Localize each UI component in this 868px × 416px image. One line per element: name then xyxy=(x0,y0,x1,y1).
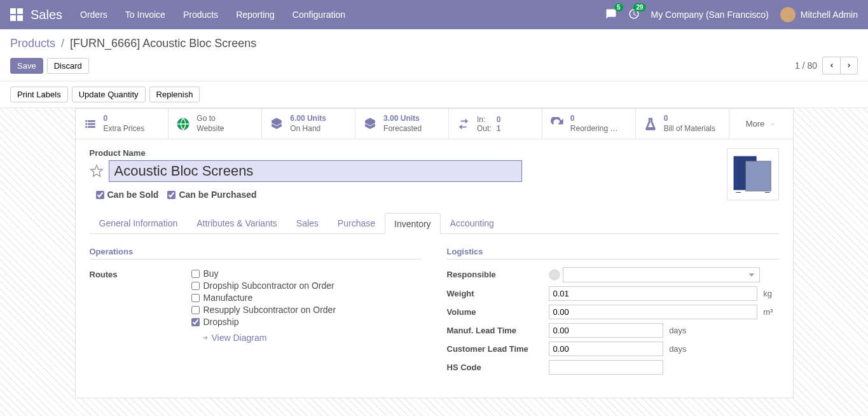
nav-orders[interactable]: Orders xyxy=(80,10,107,20)
customer-lead-input[interactable] xyxy=(549,342,663,356)
control-panel: Products / [FURN_6666] Acoustic Bloc Scr… xyxy=(0,29,868,81)
transfer-icon xyxy=(455,116,472,132)
breadcrumb: Products / [FURN_6666] Acoustic Bloc Scr… xyxy=(10,37,858,50)
responsible-avatar-icon xyxy=(549,269,560,281)
tab-purchase[interactable]: Purchase xyxy=(328,212,385,233)
form-sheet: 0 Extra Prices Go to Website 6.00 Unit xyxy=(75,108,794,398)
stat-buttons-row: 0 Extra Prices Go to Website 6.00 Unit xyxy=(76,109,793,139)
replenish-button[interactable]: Replenish xyxy=(149,87,200,102)
product-name-input[interactable] xyxy=(109,160,522,182)
flask-icon xyxy=(642,116,659,132)
list-icon xyxy=(82,116,99,132)
routes-list: Buy Dropship Subcontractor on Order Manu… xyxy=(191,267,422,343)
logistics-group: Logistics Responsible Weight kg xyxy=(447,247,779,378)
manuf-lead-unit: days xyxy=(669,326,686,335)
tabs: General Information Attributes & Variant… xyxy=(90,212,779,234)
volume-label: Volume xyxy=(447,305,549,317)
nav-to-invoice[interactable]: To Invoice xyxy=(125,10,165,20)
boxes-icon xyxy=(362,116,378,132)
breadcrumb-current: [FURN_6666] Acoustic Bloc Screens xyxy=(70,37,256,50)
pager: 1 / 80 xyxy=(795,57,858,74)
product-image-preview xyxy=(729,150,777,198)
hs-code-label: HS Code xyxy=(447,360,549,372)
weight-label: Weight xyxy=(447,286,549,298)
stat-forecasted[interactable]: 3.00 Units Forecasted xyxy=(355,109,449,139)
messages-badge: 5 xyxy=(614,3,623,11)
refresh-icon xyxy=(549,116,565,132)
top-navbar: Sales Orders To Invoice Products Reporti… xyxy=(0,0,868,29)
manuf-lead-label: Manuf. Lead Time xyxy=(447,323,549,335)
nav-menu: Orders To Invoice Products Reporting Con… xyxy=(80,10,345,20)
logistics-title: Logistics xyxy=(447,247,779,260)
volume-unit: m³ xyxy=(763,307,773,317)
breadcrumb-root[interactable]: Products xyxy=(10,37,55,50)
can-be-purchased-checkbox[interactable]: Can be Purchased xyxy=(167,190,256,200)
svg-rect-2 xyxy=(745,161,771,191)
form-background: 0 Extra Prices Go to Website 6.00 Unit xyxy=(0,108,868,416)
update-quantity-button[interactable]: Update Quantity xyxy=(72,87,146,102)
route-dropship[interactable]: Dropship xyxy=(191,317,422,327)
title-area: Product Name Can be Sold Can be Purchase… xyxy=(76,139,793,204)
view-diagram-link[interactable]: View Diagram xyxy=(202,333,422,343)
chevron-down-icon xyxy=(769,121,776,127)
operations-title: Operations xyxy=(90,247,422,260)
nav-products[interactable]: Products xyxy=(183,10,218,20)
stat-on-hand[interactable]: 6.00 Units On Hand xyxy=(262,109,355,139)
customer-lead-unit: days xyxy=(669,344,686,354)
tab-inventory[interactable]: Inventory xyxy=(385,213,441,234)
volume-input[interactable] xyxy=(549,305,757,319)
chevron-right-icon xyxy=(846,62,852,69)
print-labels-button[interactable]: Print Labels xyxy=(10,87,68,102)
weight-input[interactable] xyxy=(549,286,757,301)
stat-website[interactable]: Go to Website xyxy=(169,109,262,139)
tab-sales[interactable]: Sales xyxy=(287,212,328,233)
product-name-label: Product Name xyxy=(90,148,779,158)
hs-code-input[interactable] xyxy=(549,360,663,375)
save-button[interactable]: Save xyxy=(10,58,43,74)
route-resupply-subcontractor[interactable]: Resupply Subcontractor on Order xyxy=(191,305,422,315)
apps-icon[interactable] xyxy=(10,8,23,21)
user-name: Mitchell Admin xyxy=(801,10,858,20)
activities-badge: 29 xyxy=(633,3,645,11)
customer-lead-label: Customer Lead Time xyxy=(447,342,549,354)
nav-configuration[interactable]: Configuration xyxy=(293,10,345,20)
pager-prev[interactable] xyxy=(822,57,840,74)
pager-next[interactable] xyxy=(840,57,858,74)
action-bar: Print Labels Update Quantity Replenish xyxy=(0,81,868,108)
stat-transfers[interactable]: In: 0 Out: 1 xyxy=(449,109,542,139)
boxes-icon xyxy=(268,116,285,132)
stat-more[interactable]: More xyxy=(729,109,793,139)
discard-button[interactable]: Discard xyxy=(47,58,89,74)
route-dropship-subcontractor[interactable]: Dropship Subcontractor on Order xyxy=(191,281,422,291)
stat-reordering[interactable]: 0 Reordering … xyxy=(542,109,636,139)
route-manufacture[interactable]: Manufacture xyxy=(191,293,422,303)
tab-attributes-variants[interactable]: Attributes & Variants xyxy=(187,212,287,233)
can-be-sold-checkbox[interactable]: Can be Sold xyxy=(96,190,159,200)
route-buy[interactable]: Buy xyxy=(191,268,422,279)
pager-text[interactable]: 1 / 80 xyxy=(795,60,817,71)
stat-extra-prices[interactable]: 0 Extra Prices xyxy=(76,109,169,139)
product-image[interactable] xyxy=(727,148,779,200)
company-selector[interactable]: My Company (San Francisco) xyxy=(651,10,769,20)
operations-group: Operations Routes Buy Dropship Subcontra… xyxy=(90,247,422,378)
favorite-star[interactable] xyxy=(90,164,104,178)
responsible-select[interactable] xyxy=(563,267,760,282)
star-icon xyxy=(90,164,104,178)
routes-label: Routes xyxy=(90,267,191,279)
activities-icon[interactable]: 29 xyxy=(628,8,640,22)
responsible-label: Responsible xyxy=(447,267,549,279)
globe-icon xyxy=(175,116,191,132)
arrow-right-icon xyxy=(202,334,209,342)
user-avatar-icon xyxy=(780,7,796,22)
nav-reporting[interactable]: Reporting xyxy=(236,10,275,20)
stat-bom[interactable]: 0 Bill of Materials xyxy=(636,109,729,139)
tab-general-information[interactable]: General Information xyxy=(90,212,188,233)
weight-unit: kg xyxy=(763,289,772,298)
manuf-lead-input[interactable] xyxy=(549,323,663,338)
messages-icon[interactable]: 5 xyxy=(605,8,617,22)
tab-accounting[interactable]: Accounting xyxy=(441,212,504,233)
chevron-left-icon xyxy=(829,62,835,69)
tab-content-inventory: Operations Routes Buy Dropship Subcontra… xyxy=(76,234,793,398)
user-menu[interactable]: Mitchell Admin xyxy=(780,7,858,22)
app-brand[interactable]: Sales xyxy=(31,8,62,22)
